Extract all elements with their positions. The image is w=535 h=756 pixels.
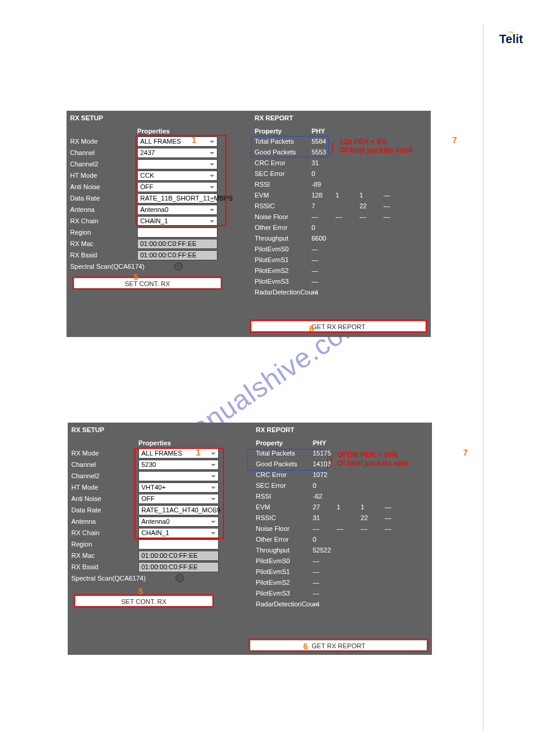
report-value: — xyxy=(312,245,335,253)
report-label: RSSI xyxy=(251,181,312,188)
report-label: CRC Error xyxy=(251,159,312,166)
per-annotation-l1: 11b PER < 8% xyxy=(340,138,388,146)
report-label: Total Packets xyxy=(251,138,312,145)
report-value: 27 xyxy=(313,503,337,511)
report-label: Good Packets xyxy=(251,148,312,156)
setup-select[interactable] xyxy=(138,539,219,549)
report-value: 22 xyxy=(361,514,385,521)
report-row: PilotEvmS0— xyxy=(252,555,430,566)
setup-row: Channel2437 xyxy=(67,147,249,158)
setup-row: Channel2 xyxy=(67,159,249,169)
rx-setup-col: RX SETUP Properties RX ModeALL FRAMESCha… xyxy=(67,111,249,337)
report-value: — xyxy=(313,568,337,575)
setup-label: RX Bssid xyxy=(67,251,137,259)
setup-select[interactable] xyxy=(137,159,217,169)
get-rx-report-button[interactable]: GET RX REPORT xyxy=(251,321,426,332)
setup-select[interactable] xyxy=(137,227,217,238)
report-label: Noise Floor xyxy=(252,525,313,532)
setup-row: Data RateRATE_11AC_HT40_MCS9 xyxy=(68,505,250,515)
report-value: — xyxy=(313,525,337,532)
report-value: — xyxy=(383,202,407,210)
setup-label: Antenna xyxy=(68,518,138,525)
report-row: CRC Error1072 xyxy=(252,469,430,480)
report-value: 52522 xyxy=(313,546,337,554)
setup-select[interactable]: RATE_11AC_HT40_MCS9 xyxy=(138,505,219,515)
setup-select[interactable]: CHAIN_1 xyxy=(137,216,217,226)
report-row: PilotEvmS2— xyxy=(252,577,430,588)
setup-label: RX Mode xyxy=(67,138,137,145)
set-cont-rx-button[interactable]: SET CONT. RX xyxy=(75,596,213,606)
report-value: — xyxy=(312,256,335,263)
callout-1: 1 xyxy=(196,448,201,457)
report-row: RSSIC722— xyxy=(251,201,428,211)
setup-select[interactable]: 2437 xyxy=(137,148,217,158)
report-value: — xyxy=(312,267,335,274)
setup-select[interactable]: Antenna0 xyxy=(138,517,219,527)
callout-6: 6 xyxy=(309,324,314,333)
setup-select[interactable]: ALL FRAMES xyxy=(138,448,219,459)
report-value: -62 xyxy=(313,493,337,500)
report-value: 7 xyxy=(312,202,335,210)
report-value: 0 xyxy=(313,482,337,489)
setup-label: Anti Noise xyxy=(68,495,138,502)
setup-select[interactable]: CCK xyxy=(137,171,217,181)
setup-label: Region xyxy=(68,541,138,548)
callout-7: 7 xyxy=(452,135,457,145)
report-row: Throughput6600 xyxy=(251,233,428,244)
report-value: 15175 xyxy=(313,450,337,457)
report-label: PilotEvmS3 xyxy=(252,590,313,597)
report-value: — xyxy=(385,503,409,511)
setup-select[interactable]: Antenna0 xyxy=(137,205,217,215)
report-label: Noise Floor xyxy=(251,213,312,220)
setup-row: Spectral Scan(QCA6174) xyxy=(67,261,249,272)
report-label: Throughput xyxy=(252,546,313,554)
report-value: 1 xyxy=(359,192,383,199)
report-label: PilotEvmS2 xyxy=(251,267,312,274)
report-value: 1 xyxy=(335,192,359,199)
spectral-scan-checkbox[interactable] xyxy=(176,574,184,582)
property-hdr: Property xyxy=(251,127,312,135)
set-cont-rx-button[interactable]: SET CONT. RX xyxy=(74,278,221,289)
setup-select[interactable]: OFF xyxy=(138,494,219,504)
setup-row: Spectral Scan(QCA6174) xyxy=(68,573,250,584)
report-label: PilotEvmS0 xyxy=(252,557,313,564)
setup-row: RX ChainCHAIN_1 xyxy=(67,215,249,226)
setup-label: Channel2 xyxy=(68,472,138,479)
spectral-scan-checkbox[interactable] xyxy=(174,262,183,271)
readonly-field: 01:00:00:C0:FF:EE xyxy=(137,239,217,249)
panel-2: RX SETUP Properties RX ModeALL FRAMESCha… xyxy=(68,423,432,655)
report-label: RSSIC xyxy=(252,514,313,521)
setup-row: HT ModeVHT40+ xyxy=(68,482,250,493)
setup-select[interactable] xyxy=(138,471,219,481)
callout-5: 5 xyxy=(138,587,143,596)
get-rx-report-button[interactable]: GET RX REPORT xyxy=(250,640,427,651)
report-label: PilotEvmS1 xyxy=(251,256,312,263)
callout-1: 1 xyxy=(192,135,197,145)
report-row: PilotEvmS2— xyxy=(251,265,428,276)
brace-icon: ) xyxy=(330,141,334,154)
setup-select[interactable]: VHT40+ xyxy=(138,482,219,493)
report-row: RSSIC3122— xyxy=(252,512,430,523)
setup-select[interactable]: CHAIN_1 xyxy=(138,528,219,538)
report-label: Other Error xyxy=(251,224,312,231)
setup-select[interactable]: OFF xyxy=(137,182,217,192)
report-row: PilotEvmS3— xyxy=(251,276,428,287)
report-value: — xyxy=(359,213,383,220)
report-value: — xyxy=(313,579,337,586)
setup-row: RX Mac01:00:00:C0:FF:EE xyxy=(67,238,249,249)
report-row: SEC Error0 xyxy=(251,168,428,179)
report-value: — xyxy=(312,213,335,220)
per-annotation-l2: Of total packets send xyxy=(340,147,412,154)
setup-select[interactable]: RATE_11B_SHORT_11_MBPS xyxy=(137,193,217,204)
report-value: — xyxy=(383,213,407,220)
setup-select[interactable]: 5230 xyxy=(138,460,219,470)
rx-setup-title: RX SETUP xyxy=(67,111,249,124)
rx-report-rows: Total Packets5584Good Packets5553CRC Err… xyxy=(251,136,428,297)
report-label: Total Packets xyxy=(252,450,313,457)
setup-label: Spectral Scan(QCA6174) xyxy=(68,575,173,582)
callout-6: 6 xyxy=(303,642,308,651)
setup-row: Region xyxy=(67,227,249,238)
setup-row: RX Bssid01:00:00:C0:FF:EE xyxy=(67,250,249,260)
setup-label: HT Mode xyxy=(68,484,138,491)
setup-select[interactable]: ALL FRAMES xyxy=(137,136,217,147)
